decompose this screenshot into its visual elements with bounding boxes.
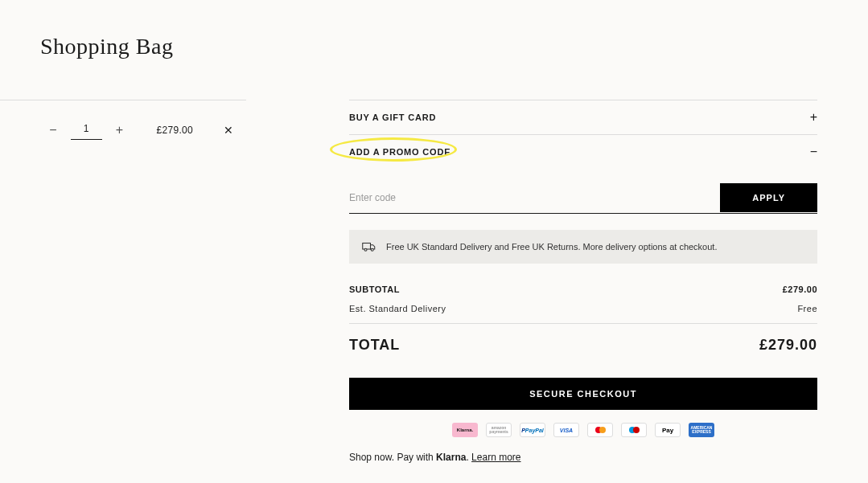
shipping-banner-text: Free UK Standard Delivery and Free UK Re… [386, 242, 717, 252]
subtotal-value: £279.00 [783, 284, 817, 294]
delivery-label: Est. Standard Delivery [349, 304, 446, 313]
apply-promo-button[interactable]: APPLY [720, 183, 817, 212]
truck-icon [362, 241, 376, 252]
qty-decrease-button[interactable]: − [47, 123, 60, 137]
qty-increase-button[interactable]: + [113, 123, 126, 137]
amex-icon: AMERICAN EXPRESS [689, 423, 714, 437]
klarna-icon: Klarna. [452, 423, 478, 437]
klarna-message: Shop now. Pay with Klarna. Learn more [349, 452, 817, 463]
klarna-prefix: Shop now. Pay with [349, 452, 436, 463]
plus-icon: + [810, 111, 817, 124]
order-summary-panel: BUY A GIFT CARD + ADD A PROMO CODE − APP… [349, 100, 817, 463]
remove-item-button[interactable]: ✕ [224, 124, 233, 137]
svg-point-2 [371, 248, 373, 251]
promo-code-accordion[interactable]: ADD A PROMO CODE − [349, 134, 817, 169]
promo-input-row: APPLY [349, 183, 817, 214]
shipping-banner: Free UK Standard Delivery and Free UK Re… [349, 230, 817, 264]
maestro-icon [621, 423, 647, 437]
divider [349, 323, 817, 324]
amazon-payments-icon: amazon payments [486, 423, 512, 437]
page-title: Shopping Bag [0, 0, 868, 59]
total-value: £279.00 [759, 337, 817, 354]
subtotal-label: SUBTOTAL [349, 284, 400, 294]
cart-line-item: − 1 + £279.00 ✕ [0, 120, 246, 140]
promo-code-input[interactable] [349, 183, 720, 212]
quantity-stepper: − 1 + [47, 120, 126, 140]
visa-icon: VISA [553, 423, 579, 437]
line-item-price: £279.00 [157, 125, 193, 136]
svg-point-1 [364, 248, 367, 251]
cart-items-panel: − 1 + £279.00 ✕ [0, 100, 246, 463]
minus-icon: − [810, 145, 817, 158]
mastercard-icon [587, 423, 613, 437]
svg-rect-0 [363, 244, 371, 250]
apple-pay-icon: Pay [655, 423, 681, 437]
delivery-value: Free [797, 304, 817, 313]
total-label: TOTAL [349, 337, 400, 354]
qty-value: 1 [71, 120, 102, 140]
gift-card-label: BUY A GIFT CARD [349, 113, 436, 122]
promo-code-label: ADD A PROMO CODE [349, 147, 450, 157]
gift-card-accordion[interactable]: BUY A GIFT CARD + [349, 100, 817, 134]
klarna-learn-more-link[interactable]: Learn more [471, 452, 520, 463]
paypal-icon: PPayPal [520, 423, 545, 437]
secure-checkout-button[interactable]: SECURE CHECKOUT [349, 378, 817, 410]
klarna-brand: Klarna [436, 452, 466, 463]
payment-methods: Klarna. amazon payments PPayPal VISA Pay… [349, 423, 817, 437]
